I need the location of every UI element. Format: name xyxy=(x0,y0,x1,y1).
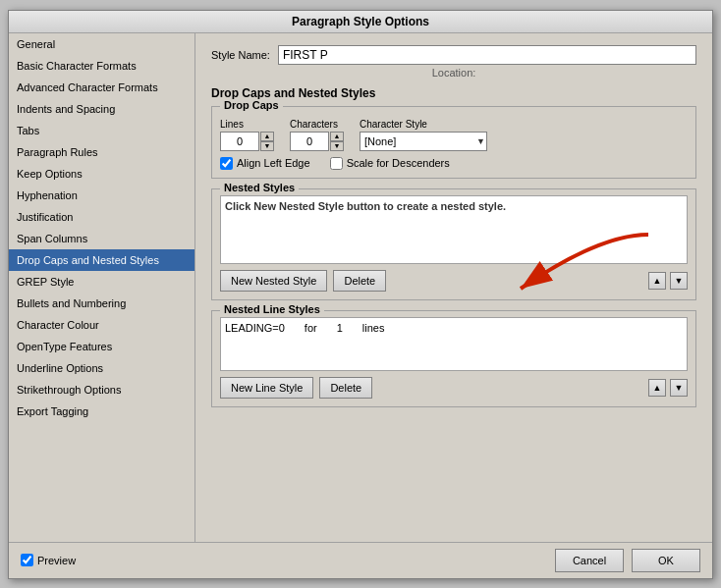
sidebar-item-grep-style[interactable]: GREP Style xyxy=(9,271,194,293)
characters-spinner-btns: ▲ ▼ xyxy=(330,132,344,151)
char-style-label: Character Style xyxy=(360,119,487,130)
sidebar-item-basic-character-formats[interactable]: Basic Character Formats xyxy=(9,55,194,77)
style-name-row: Style Name: xyxy=(211,45,696,65)
drop-caps-content: Lines ▲ ▼ Characters xyxy=(220,119,688,170)
delete-line-style-button[interactable]: Delete xyxy=(319,377,372,399)
characters-down-btn[interactable]: ▼ xyxy=(330,141,344,151)
nested-styles-group: Nested Styles Click New Nested Style but… xyxy=(211,188,696,300)
lines-input[interactable] xyxy=(220,132,259,151)
nested-line-styles-down-arrow[interactable]: ▼ xyxy=(670,379,688,397)
sidebar-item-hyphenation[interactable]: Hyphenation xyxy=(9,185,194,206)
sidebar-item-bullets-and-numbering[interactable]: Bullets and Numbering xyxy=(9,293,194,314)
nested-line-styles-btns-row: New Line Style Delete ▲ ▼ xyxy=(220,377,688,399)
line-style-col1: LEADING=0 xyxy=(225,322,285,334)
char-style-select-wrapper: [None] ▼ xyxy=(360,132,487,151)
nested-line-styles-arrow-btns: ▲ ▼ xyxy=(648,379,688,397)
location-row: Location: xyxy=(211,67,696,79)
drop-caps-row1: Lines ▲ ▼ Characters xyxy=(220,119,688,151)
line-style-col2: for xyxy=(305,322,317,334)
characters-spinner: ▲ ▼ xyxy=(290,132,344,151)
nested-styles-arrow-container: Click New Nested Style button to create … xyxy=(220,195,688,264)
drop-caps-title: Drop Caps xyxy=(220,99,283,111)
lines-spinner-btns: ▲ ▼ xyxy=(260,132,274,151)
nested-line-styles-up-arrow[interactable]: ▲ xyxy=(648,379,666,397)
sidebar-item-drop-caps-and-nested-styles[interactable]: Drop Caps and Nested Styles xyxy=(9,249,194,271)
nested-styles-hint: Click New Nested Style button to create … xyxy=(225,200,506,212)
preview-label[interactable]: Preview xyxy=(21,554,76,566)
ok-button[interactable]: OK xyxy=(632,549,700,572)
characters-label: Characters xyxy=(290,119,344,130)
drop-caps-group: Drop Caps Lines ▲ ▼ xyxy=(211,106,696,179)
sidebar-item-export-tagging[interactable]: Export Tagging xyxy=(9,401,194,422)
characters-field-group: Characters ▲ ▼ xyxy=(290,119,344,151)
sidebar-item-opentype-features[interactable]: OpenType Features xyxy=(9,336,194,357)
sidebar-item-keep-options[interactable]: Keep Options xyxy=(9,163,194,185)
line-style-col4: lines xyxy=(362,322,385,334)
nested-styles-arrow-btns: ▲ ▼ xyxy=(648,272,688,290)
lines-field-group: Lines ▲ ▼ xyxy=(220,119,274,151)
nested-line-styles-title: Nested Line Styles xyxy=(220,303,324,315)
align-left-edge-text: Align Left Edge xyxy=(237,157,310,169)
cancel-button[interactable]: Cancel xyxy=(555,549,624,572)
scale-for-descenders-checkbox[interactable] xyxy=(330,157,343,170)
location-label: Location: xyxy=(432,67,476,79)
main-content: Style Name: Location: Drop Caps and Nest… xyxy=(195,33,712,542)
drop-caps-row2: Align Left Edge Scale for Descenders xyxy=(220,157,688,170)
sidebar-item-character-colour[interactable]: Character Colour xyxy=(9,314,194,336)
sidebar: GeneralBasic Character FormatsAdvanced C… xyxy=(9,33,195,542)
line-style-col3: 1 xyxy=(337,322,343,334)
nested-line-styles-list[interactable]: LEADING=0 for 1 lines xyxy=(220,317,688,371)
new-line-style-button[interactable]: New Line Style xyxy=(220,377,313,399)
sidebar-item-indents-and-spacing[interactable]: Indents and Spacing xyxy=(9,98,194,120)
new-nested-style-button[interactable]: New Nested Style xyxy=(220,270,327,292)
sidebar-item-span-columns[interactable]: Span Columns xyxy=(9,228,194,249)
nested-styles-down-arrow[interactable]: ▼ xyxy=(670,272,688,290)
lines-down-btn[interactable]: ▼ xyxy=(260,141,274,151)
align-left-edge-checkbox[interactable] xyxy=(220,157,233,170)
sidebar-item-general[interactable]: General xyxy=(9,33,194,55)
nested-styles-btns-row: New Nested Style Delete ▲ ▼ xyxy=(220,270,688,292)
dialog-title: Paragraph Style Options xyxy=(9,11,712,33)
scale-for-descenders-text: Scale for Descenders xyxy=(347,157,450,169)
sidebar-item-justification[interactable]: Justification xyxy=(9,206,194,228)
nested-styles-list[interactable]: Click New Nested Style button to create … xyxy=(220,195,688,264)
sidebar-item-underline-options[interactable]: Underline Options xyxy=(9,357,194,379)
sidebar-item-advanced-character-formats[interactable]: Advanced Character Formats xyxy=(9,77,194,98)
sidebar-item-strikethrough-options[interactable]: Strikethrough Options xyxy=(9,379,194,401)
preview-checkbox[interactable] xyxy=(21,554,33,566)
delete-nested-style-button[interactable]: Delete xyxy=(333,270,386,292)
dialog-body: GeneralBasic Character FormatsAdvanced C… xyxy=(9,33,712,542)
sidebar-item-tabs[interactable]: Tabs xyxy=(9,120,194,141)
paragraph-style-dialog: Paragraph Style Options GeneralBasic Cha… xyxy=(8,10,713,579)
style-name-label: Style Name: xyxy=(211,49,270,61)
lines-up-btn[interactable]: ▲ xyxy=(260,132,274,141)
bottom-bar: Preview Cancel OK xyxy=(9,542,712,578)
nested-styles-title: Nested Styles xyxy=(220,182,299,193)
line-style-row: LEADING=0 for 1 lines xyxy=(225,322,683,334)
scale-for-descenders-label[interactable]: Scale for Descenders xyxy=(330,157,450,170)
align-left-edge-label[interactable]: Align Left Edge xyxy=(220,157,310,170)
char-style-field-group: Character Style [None] ▼ xyxy=(360,119,487,151)
nested-line-styles-group: Nested Line Styles LEADING=0 for 1 lines… xyxy=(211,310,696,407)
sidebar-item-paragraph-rules[interactable]: Paragraph Rules xyxy=(9,141,194,163)
characters-input[interactable] xyxy=(290,132,329,151)
style-name-input[interactable] xyxy=(278,45,696,65)
section-title: Drop Caps and Nested Styles xyxy=(211,86,696,100)
lines-spinner: ▲ ▼ xyxy=(220,132,274,151)
nested-styles-up-arrow[interactable]: ▲ xyxy=(648,272,666,290)
lines-label: Lines xyxy=(220,119,274,130)
preview-text: Preview xyxy=(37,555,76,566)
char-style-select[interactable]: [None] xyxy=(360,132,487,151)
characters-up-btn[interactable]: ▲ xyxy=(330,132,344,141)
